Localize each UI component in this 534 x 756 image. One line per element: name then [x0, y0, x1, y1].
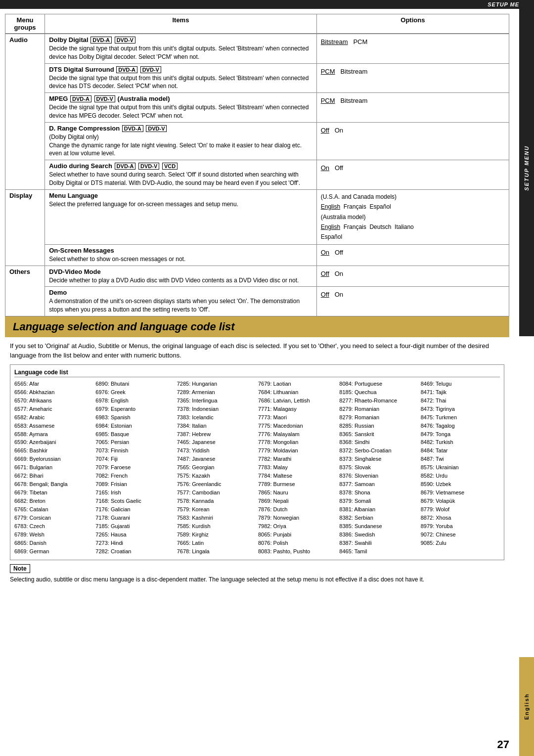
table-row: DTS Digital Surround DVD-A DVD-V Decide … — [5, 63, 509, 93]
list-item: 6865: Danish — [14, 539, 93, 547]
list-item: 7384: Italian — [177, 422, 256, 430]
list-item: 8379: Somali — [339, 497, 418, 505]
list-item: 6682: Breton — [14, 497, 93, 505]
list-item: 6983: Spanish — [95, 414, 175, 422]
setup-menu-side-label: SETUP MENU — [524, 145, 530, 191]
option-menu-language: (U.S.A. and Canada models) English Franç… — [316, 189, 509, 244]
list-item: 6566: Abkhazian — [14, 389, 93, 397]
main-content: Menugroups Items Options Audio Dolby Dig… — [0, 9, 519, 592]
table-row: Display Menu Language Select the preferr… — [5, 189, 509, 244]
table-row: Audio Dolby Digital DVD-A DVD-V Decide t… — [5, 34, 509, 63]
list-item: 7383: Icelandic — [177, 414, 256, 422]
list-item: 8386: Swedish — [339, 531, 418, 539]
list-item: 6577: Ameharic — [14, 405, 93, 413]
col-header-items: Items — [45, 14, 317, 34]
list-item: 8368: Sindhi — [339, 439, 418, 446]
list-item: 6978: English — [95, 397, 175, 405]
col-header-menu: Menugroups — [5, 14, 45, 34]
list-item: 7879: Norwegian — [258, 514, 337, 522]
language-intro: If you set to 'Original' at Audio, Subti… — [10, 341, 504, 360]
list-item: 7783: Malay — [258, 464, 337, 472]
list-item: 6890: Bhutani — [95, 380, 175, 388]
col-header-options: Options — [316, 14, 509, 34]
list-item: 7865: Nauru — [258, 489, 337, 497]
list-item: 7079: Faroese — [95, 464, 175, 472]
option-demo: Off On — [316, 287, 509, 316]
english-side-label: English — [524, 693, 530, 720]
note-section: Note Selecting audio, subtitle or disc m… — [10, 564, 504, 584]
list-item: 7282: Croatian — [95, 548, 175, 556]
list-item: 7285: Hungarian — [177, 380, 256, 388]
table-row: MPEG DVD-A DVD-V (Australia model) Decid… — [5, 93, 509, 123]
list-item: 8381: Albanian — [339, 506, 418, 514]
list-item: 6869: German — [14, 548, 93, 556]
group-audio: Audio — [5, 34, 45, 189]
list-item: 6985: Basque — [95, 431, 175, 439]
list-item: 8679: Vietnamese — [421, 489, 500, 497]
list-item: 8076: Polish — [258, 539, 337, 547]
language-code-grid: 6565: Afar6890: Bhutani7285: Hungarian76… — [14, 380, 500, 556]
list-item: 7578: Kannada — [177, 497, 256, 505]
list-item: 8979: Yoruba — [421, 523, 500, 531]
list-item: 7273: Hindi — [95, 539, 175, 547]
list-item: 7575: Kazakh — [177, 472, 256, 480]
list-item: 7679: Laotian — [258, 380, 337, 388]
table-row: Demo A demonstration of the unit's on-sc… — [5, 287, 509, 316]
list-item: 7583: Kashmiri — [177, 514, 256, 522]
setup-table: Menugroups Items Options Audio Dolby Dig… — [5, 14, 509, 316]
list-item: 6783: Czech — [14, 523, 93, 531]
list-item: 8472: Thai — [421, 397, 500, 405]
list-item: 6583: Assamese — [14, 422, 93, 430]
list-item: 8373: Singhalese — [339, 455, 418, 463]
list-item: 8365: Sanskrit — [339, 431, 418, 439]
item-dolby-digital: Dolby Digital DVD-A DVD-V Decide the sig… — [45, 34, 317, 63]
list-item: 7876: Dutch — [258, 506, 337, 514]
list-item: 8285: Russian — [339, 422, 418, 430]
item-audio-search: Audio during Search DVD-A DVD-V VCD Sele… — [45, 160, 317, 190]
list-item: 8471: Tajik — [421, 389, 500, 397]
list-item: 7784: Maltese — [258, 472, 337, 480]
list-item: 7665: Latin — [177, 539, 256, 547]
list-item: 8065: Punjabi — [258, 531, 337, 539]
list-item: 7778: Mongolian — [258, 439, 337, 446]
list-item: 6671: Bulgarian — [14, 464, 93, 472]
list-item: 8387: Swahili — [339, 539, 418, 547]
page-number: 27 — [497, 738, 509, 751]
list-item: 6665: Bashkir — [14, 447, 93, 455]
list-item: 6789: Welsh — [14, 531, 93, 539]
list-item: 7082: French — [95, 472, 175, 480]
list-item: 7678: Lingala — [177, 548, 256, 556]
option-drange: Off On — [316, 122, 509, 160]
list-item: 7779: Moldavian — [258, 447, 337, 455]
list-item: 8377: Samoan — [339, 481, 418, 489]
list-item: 7178: Guarani — [95, 514, 175, 522]
list-item: 7073: Finnish — [95, 447, 175, 455]
list-item: 8376: Slovenian — [339, 472, 418, 480]
list-item: 8475: Turkmen — [421, 414, 500, 422]
list-item: 7782: Marathi — [258, 455, 337, 463]
list-item: 8465: Tamil — [339, 548, 418, 556]
list-item: 7365: Interlingua — [177, 397, 256, 405]
list-item: 8084: Portuguese — [339, 380, 418, 388]
list-item: 8484: Tatar — [421, 447, 500, 455]
list-item: 7074: Fiji — [95, 455, 175, 463]
item-menu-language: Menu Language Select the preferred langu… — [45, 189, 317, 244]
list-item: 8476: Tagalog — [421, 422, 500, 430]
list-item: 6588: Aymara — [14, 431, 93, 439]
list-item: 6979: Esperanto — [95, 405, 175, 413]
list-item: 7185: Gujarati — [95, 523, 175, 531]
list-item: 7065: Persian — [95, 439, 175, 446]
list-item: 8279: Romanian — [339, 414, 418, 422]
list-item: 8582: Urdu — [421, 472, 500, 480]
list-item: 8279: Romanian — [339, 405, 418, 413]
list-item: 6678: Bengali; Bangla — [14, 481, 93, 489]
list-item: 7165: Irish — [95, 489, 175, 497]
list-item: 8185: Quechua — [339, 389, 418, 397]
list-item: 8372: Serbo-Croatian — [339, 447, 418, 455]
list-item: 8083: Pashto, Pushto — [258, 548, 337, 556]
list-item: 7089: Frisian — [95, 481, 175, 489]
list-item: 6582: Arabic — [14, 414, 93, 422]
list-item: 6669: Byelorussian — [14, 455, 93, 463]
list-item: 6779: Corsican — [14, 514, 93, 522]
list-item: 7775: Macedonian — [258, 422, 337, 430]
